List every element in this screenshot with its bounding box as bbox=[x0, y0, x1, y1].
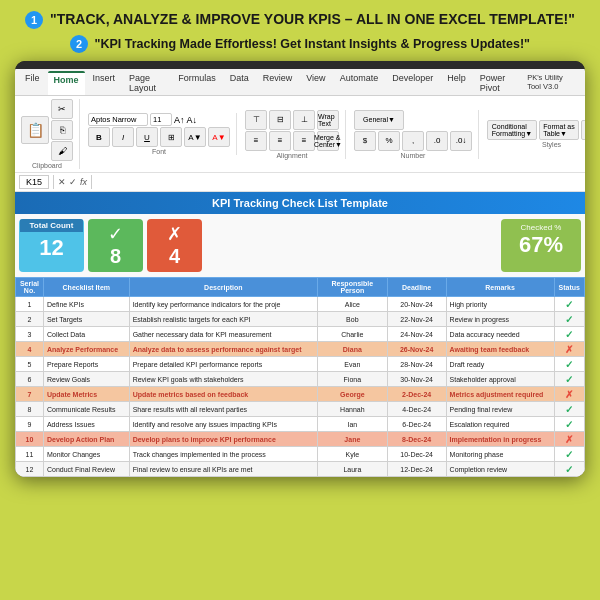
check-icon: ✓ bbox=[108, 223, 123, 245]
align-middle-button[interactable]: ⊟ bbox=[269, 110, 291, 130]
cell-reference-input[interactable] bbox=[19, 175, 49, 189]
tab-automate[interactable]: Automate bbox=[334, 71, 385, 95]
cell-person: Laura bbox=[318, 462, 388, 477]
formula-input[interactable] bbox=[96, 177, 581, 187]
checked-card: ✓ 8 bbox=[88, 219, 143, 272]
comma-button[interactable]: , bbox=[402, 131, 424, 151]
cell-deadline: 28-Nov-24 bbox=[387, 357, 446, 372]
clipboard-icons: 📋 ✂ ⎘ 🖌 bbox=[21, 99, 73, 161]
formula-icons: ✕ ✓ fx bbox=[58, 177, 87, 187]
cell-remarks: Review in progress bbox=[446, 312, 554, 327]
page-container: 1 "TRACK, ANALYZE & IMPROVE YOUR KPIS – … bbox=[0, 0, 600, 600]
cell-person: Alice bbox=[318, 297, 388, 312]
tab-data[interactable]: Data bbox=[224, 71, 255, 95]
align-left-button[interactable]: ≡ bbox=[245, 131, 267, 151]
tab-view[interactable]: View bbox=[300, 71, 331, 95]
tab-page-layout[interactable]: Page Layout bbox=[123, 71, 170, 95]
status-check-icon: ✓ bbox=[565, 404, 573, 415]
align-top-button[interactable]: ⊤ bbox=[245, 110, 267, 130]
format-as-table-button[interactable]: Format asTable▼ bbox=[539, 120, 579, 140]
align-right-button[interactable]: ≡ bbox=[293, 131, 315, 151]
total-count-label: Total Count bbox=[20, 219, 84, 232]
border-button[interactable]: ⊞ bbox=[160, 127, 182, 147]
increase-decimal-button[interactable]: .0 bbox=[426, 131, 448, 151]
headline-1: 1 "TRACK, ANALYZE & IMPROVE YOUR KPIS – … bbox=[15, 10, 585, 29]
cell-deadline: 10-Dec-24 bbox=[387, 447, 446, 462]
decrease-decimal-button[interactable]: .0↓ bbox=[450, 131, 472, 151]
align-center-button[interactable]: ≡ bbox=[269, 131, 291, 151]
increase-font-icon[interactable]: A↑ bbox=[174, 115, 185, 125]
tab-formulas[interactable]: Formulas bbox=[172, 71, 222, 95]
cut-button[interactable]: ✂ bbox=[51, 99, 73, 119]
ribbon-group-alignment: ⊤ ⊟ ⊥ Wrap Text ≡ ≡ ≡ Merge & Center▼ Al… bbox=[245, 110, 346, 159]
tab-file[interactable]: File bbox=[19, 71, 46, 95]
cell-remarks: Implementation in progress bbox=[446, 432, 554, 447]
tab-help[interactable]: Help bbox=[441, 71, 472, 95]
decrease-font-icon[interactable]: A↓ bbox=[187, 115, 198, 125]
badge-2: 2 bbox=[70, 35, 88, 53]
cell-styles-button[interactable]: CellStyles▼ bbox=[581, 120, 585, 140]
cell-remarks: Monitoring phase bbox=[446, 447, 554, 462]
cell-status: ✗ bbox=[554, 387, 584, 402]
number-label: Number bbox=[354, 152, 472, 159]
fill-color-button[interactable]: A▼ bbox=[184, 127, 206, 147]
table-row: 8 Communicate Results Share results with… bbox=[16, 402, 585, 417]
table-row: 10 Develop Action Plan Develop plans to … bbox=[16, 432, 585, 447]
bold-button[interactable]: B bbox=[88, 127, 110, 147]
align-bottom-button[interactable]: ⊥ bbox=[293, 110, 315, 130]
status-check-icon: ✓ bbox=[565, 314, 573, 325]
cell-deadline: 24-Nov-24 bbox=[387, 327, 446, 342]
status-x-icon: ✗ bbox=[565, 389, 573, 400]
cell-person: George bbox=[318, 387, 388, 402]
cell-item: Prepare Reports bbox=[43, 357, 129, 372]
cell-item: Address Issues bbox=[43, 417, 129, 432]
status-check-icon: ✓ bbox=[565, 299, 573, 310]
cell-desc: Update metrics based on feedback bbox=[129, 387, 317, 402]
font-size-input[interactable] bbox=[150, 113, 172, 126]
cell-remarks: Pending final review bbox=[446, 402, 554, 417]
card-spacer bbox=[206, 219, 497, 272]
percent-button[interactable]: % bbox=[378, 131, 400, 151]
table-row: 3 Collect Data Gather necessary data for… bbox=[16, 327, 585, 342]
italic-button[interactable]: I bbox=[112, 127, 134, 147]
cell-desc: Identify and resolve any issues impactin… bbox=[129, 417, 317, 432]
conditional-formatting-button[interactable]: ConditionalFormatting▼ bbox=[487, 120, 537, 140]
cell-desc: Share results with all relevant parties bbox=[129, 402, 317, 417]
cell-status: ✓ bbox=[554, 402, 584, 417]
tab-developer[interactable]: Developer bbox=[386, 71, 439, 95]
tab-review[interactable]: Review bbox=[257, 71, 299, 95]
font-name-input[interactable] bbox=[88, 113, 148, 126]
tab-insert[interactable]: Insert bbox=[87, 71, 122, 95]
cell-serial: 8 bbox=[16, 402, 44, 417]
cancel-formula-icon[interactable]: ✕ bbox=[58, 177, 66, 187]
format-painter-button[interactable]: 🖌 bbox=[51, 141, 73, 161]
number-format-select[interactable]: General▼ bbox=[354, 110, 404, 130]
cell-item: Communicate Results bbox=[43, 402, 129, 417]
wrap-text-button[interactable]: Wrap Text bbox=[317, 110, 339, 130]
total-count-value: 12 bbox=[39, 235, 63, 261]
cell-serial: 6 bbox=[16, 372, 44, 387]
header-serial: Serial No. bbox=[16, 278, 44, 297]
copy-button[interactable]: ⎘ bbox=[51, 120, 73, 140]
unchecked-value: 4 bbox=[169, 245, 180, 268]
alignment-row1: ⊤ ⊟ ⊥ Wrap Text bbox=[245, 110, 339, 130]
tab-home[interactable]: Home bbox=[48, 71, 85, 95]
merge-center-button[interactable]: Merge & Center▼ bbox=[317, 131, 339, 151]
cell-deadline: 30-Nov-24 bbox=[387, 372, 446, 387]
table-header-row: Serial No. Checklist Item Description Re… bbox=[16, 278, 585, 297]
confirm-formula-icon[interactable]: ✓ bbox=[69, 177, 77, 187]
cell-serial: 7 bbox=[16, 387, 44, 402]
formula-divider bbox=[53, 175, 54, 189]
header-remarks: Remarks bbox=[446, 278, 554, 297]
cell-remarks: Draft ready bbox=[446, 357, 554, 372]
font-color-button[interactable]: A▼ bbox=[208, 127, 230, 147]
cell-status: ✓ bbox=[554, 372, 584, 387]
tab-power-pivot[interactable]: Power Pivot bbox=[474, 71, 519, 95]
number-row: General▼ bbox=[354, 110, 404, 130]
paste-button[interactable]: 📋 bbox=[21, 116, 49, 144]
underline-button[interactable]: U bbox=[136, 127, 158, 147]
cell-remarks: Awaiting team feedback bbox=[446, 342, 554, 357]
tab-pk-utility[interactable]: PK's Utility Tool V3.0 bbox=[521, 71, 581, 95]
currency-button[interactable]: $ bbox=[354, 131, 376, 151]
insert-function-icon[interactable]: fx bbox=[80, 177, 87, 187]
